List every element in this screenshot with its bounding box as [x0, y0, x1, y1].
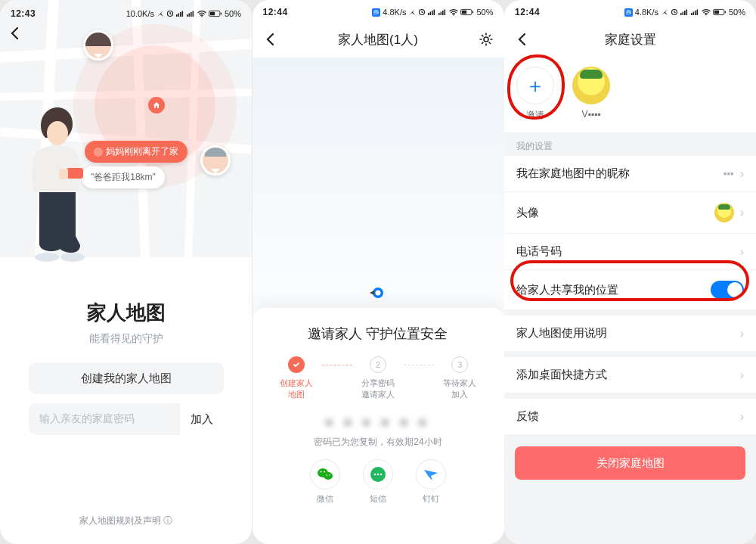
family-password-input[interactable]: 输入亲友的家庭密码: [29, 412, 180, 426]
signal-icon: [176, 10, 184, 17]
svg-rect-20: [428, 13, 429, 15]
svg-rect-10: [187, 14, 188, 17]
svg-point-36: [324, 472, 333, 480]
status-indicators: 4.8K/s 50%: [372, 8, 493, 17]
share-location-toggle[interactable]: [711, 281, 744, 299]
avatar-thumb: [714, 203, 734, 222]
svg-rect-16: [221, 13, 222, 15]
create-family-map-button[interactable]: 创建我的家人地图: [29, 362, 224, 394]
screen-family-settings: 12:44 4.8K/s 50% 家庭设置 ＋ 邀请: [504, 0, 756, 544]
svg-point-32: [484, 37, 488, 42]
check-icon: [288, 356, 305, 373]
join-row: 输入亲友的家庭密码 加入: [29, 403, 224, 435]
svg-rect-8: [180, 12, 181, 17]
share-sms-button[interactable]: 短信: [363, 459, 393, 505]
svg-rect-1: [67, 168, 83, 179]
steps-row: 创建家人 地图 2 分享密码 邀请家人 3 等待家人 加入: [271, 356, 486, 400]
settings-button[interactable]: [477, 30, 495, 48]
svg-rect-51: [691, 13, 692, 15]
panel-title: 邀请家人 守护位置安全: [271, 325, 486, 343]
cell-phone[interactable]: 电话号码 ›: [504, 233, 756, 269]
chevron-right-icon: ›: [740, 368, 744, 382]
svg-rect-26: [442, 11, 444, 15]
gear-icon: [479, 32, 494, 47]
svg-point-0: [47, 121, 68, 145]
svg-point-44: [380, 473, 383, 475]
invite-member-button[interactable]: ＋ 邀请: [516, 67, 554, 122]
location-icon: [156, 10, 164, 17]
svg-rect-24: [438, 13, 440, 15]
status-bar: 12:44 4.8K/s 50%: [504, 0, 756, 21]
chevron-right-icon: ›: [740, 327, 744, 340]
cell-feedback[interactable]: 反馈 ›: [504, 399, 756, 434]
wechat-icon: [316, 465, 334, 483]
svg-rect-54: [696, 10, 698, 16]
svg-point-38: [324, 471, 325, 472]
share-wechat-button[interactable]: 微信: [310, 459, 340, 505]
bubble-mom-left-home: 妈妈刚刚离开了家: [85, 141, 187, 163]
svg-rect-57: [725, 11, 726, 14]
svg-rect-22: [432, 11, 433, 15]
cell-nickname[interactable]: 我在家庭地图中的昵称 ▪▪▪›: [504, 156, 756, 191]
chevron-right-icon: ›: [740, 167, 744, 181]
svg-rect-52: [692, 12, 694, 16]
screen-invite-family: 12:44 4.8K/s 50% 家人地图(1人) 邀: [253, 0, 504, 544]
svg-rect-58: [714, 11, 719, 14]
avatar-icon: [572, 67, 610, 104]
cell-help[interactable]: 家人地图使用说明 ›: [504, 316, 756, 351]
family-password-masked: ▪ ▪ ▪ ▪ ▪ ▪: [271, 414, 486, 431]
svg-rect-53: [695, 11, 696, 15]
svg-rect-6: [176, 14, 178, 17]
dingtalk-icon: [422, 465, 440, 483]
svg-point-40: [329, 474, 330, 476]
status-bar: 12:43 10.0K/s 50%: [0, 3, 252, 24]
status-indicators: 10.0K/s 50%: [126, 9, 241, 18]
svg-rect-11: [188, 14, 190, 17]
svg-rect-21: [430, 12, 432, 16]
svg-rect-30: [472, 11, 473, 14]
nav-bar: 家庭设置: [504, 21, 756, 58]
share-dingtalk-button[interactable]: 钉钉: [416, 459, 446, 505]
svg-rect-48: [682, 12, 683, 16]
sms-icon: [369, 465, 387, 483]
dad-avatar-pin: [200, 145, 231, 176]
alipay-icon: [372, 8, 380, 17]
svg-point-14: [201, 16, 203, 17]
svg-rect-31: [462, 11, 466, 14]
nav-title: 家庭设置: [605, 31, 656, 48]
status-time: 12:44: [263, 7, 288, 17]
cell-avatar[interactable]: 头像 ›: [504, 191, 756, 233]
back-button[interactable]: [8, 26, 23, 41]
chevron-right-icon: ›: [740, 206, 744, 219]
home-pin-icon: [148, 97, 165, 113]
chevron-right-icon: ›: [740, 245, 744, 259]
svg-point-43: [377, 473, 380, 475]
my-location-marker: [370, 284, 386, 301]
rules-link[interactable]: 家人地图规则及声明 ⓘ: [0, 514, 252, 527]
join-button[interactable]: 加入: [180, 403, 224, 435]
hero-illustration: 妈妈刚刚离开了家 "爸爸距我18km": [0, 0, 252, 257]
svg-rect-25: [441, 12, 442, 16]
status-time: 12:43: [11, 8, 36, 19]
close-family-map-button[interactable]: 关闭家庭地图: [515, 446, 745, 480]
svg-rect-9: [181, 11, 183, 17]
cell-shortcut[interactable]: 添加桌面快捷方式 ›: [504, 357, 756, 393]
invite-panel: 邀请家人 守护位置安全 创建家人 地图 2 分享密码 邀请家人 3 等待家人 加…: [253, 308, 504, 544]
signal2-icon: [187, 10, 195, 17]
mom-avatar-pin: [83, 30, 113, 61]
step-1: 创建家人 地图: [271, 356, 323, 400]
screen-family-map-intro: 妈妈刚刚离开了家 "爸爸距我18km" 12:43 10.0K/s: [0, 0, 252, 544]
back-button[interactable]: [513, 30, 531, 48]
status-indicators: 4.8K/s 50%: [624, 8, 745, 17]
svg-point-37: [321, 471, 322, 472]
status-bar: 12:44 4.8K/s 50%: [253, 0, 504, 21]
svg-rect-50: [686, 10, 687, 16]
svg-point-28: [454, 14, 455, 16]
back-button[interactable]: [262, 30, 280, 48]
status-time: 12:44: [515, 7, 540, 17]
member-avatar[interactable]: V▪▪▪▪: [572, 67, 610, 122]
svg-rect-17: [210, 12, 215, 16]
svg-point-55: [705, 14, 707, 16]
woman-illustration: [8, 98, 98, 265]
step-3: 3 等待家人 加入: [434, 356, 486, 400]
